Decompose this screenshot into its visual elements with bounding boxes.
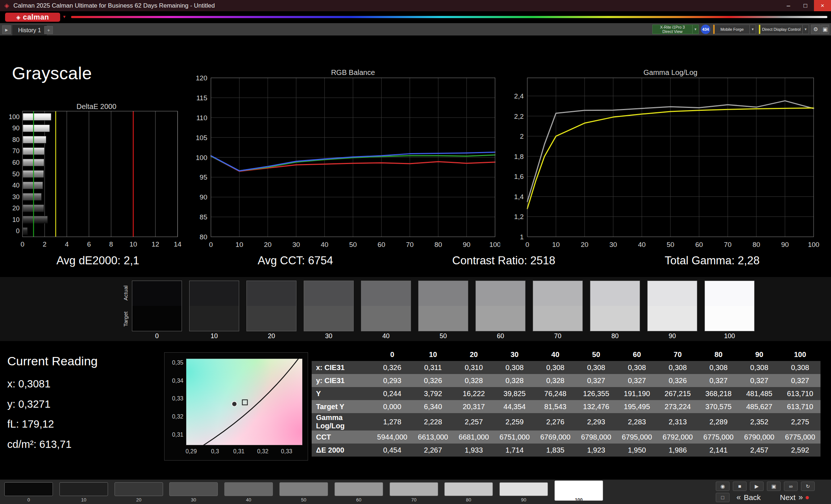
calman-logo-button[interactable]: ◈ calman: [5, 13, 60, 22]
level-button-0[interactable]: [4, 482, 53, 496]
display-control-selector[interactable]: Direct Display Control ▼: [759, 25, 809, 34]
minimize-button[interactable]: –: [780, 0, 797, 11]
pattern-window-button[interactable]: □: [716, 493, 730, 502]
patch-actual: [648, 281, 697, 306]
level-button-90[interactable]: [499, 482, 548, 496]
patch-target: [132, 306, 182, 331]
meter-icon[interactable]: ◉: [716, 482, 730, 491]
continuous-icon[interactable]: ∞: [784, 482, 798, 491]
svg-text:20: 20: [264, 241, 271, 248]
svg-text:95: 95: [200, 173, 207, 181]
patch-target: [590, 306, 640, 331]
patch-label: 70: [533, 332, 583, 340]
patch-label: 60: [475, 332, 525, 340]
patch-actual: [533, 281, 582, 306]
table-cell: 5944,000: [372, 430, 413, 444]
maximize-button[interactable]: □: [797, 0, 814, 11]
svg-text:70: 70: [724, 241, 731, 248]
svg-text:2,2: 2,2: [514, 113, 524, 120]
patch-actual: [476, 281, 525, 306]
chevron-down-icon[interactable]: ▼: [802, 25, 809, 34]
refresh-icon[interactable]: ↻: [801, 482, 815, 491]
close-button[interactable]: ×: [814, 0, 831, 11]
svg-text:12: 12: [151, 240, 159, 248]
tab-history-1[interactable]: History 1: [12, 25, 47, 35]
level-button-80[interactable]: [444, 482, 493, 496]
level-button-60[interactable]: [335, 482, 383, 496]
table-cell: 1,835: [535, 444, 576, 457]
table-cell: 2,276: [535, 413, 576, 430]
chevron-down-icon[interactable]: ▼: [749, 25, 756, 34]
grayscale-patch-70: [533, 281, 583, 331]
calman-window: ◈ Calman 2025 Calman Ultimate for Busine…: [0, 0, 831, 504]
patch-actual: [190, 281, 239, 306]
back-button[interactable]: « Back: [736, 492, 761, 503]
grayscale-patch-40: [361, 281, 411, 331]
chevron-down-icon[interactable]: ▼: [692, 25, 698, 34]
svg-text:60: 60: [695, 241, 703, 248]
add-tab-button[interactable]: +: [44, 26, 53, 34]
level-button-40[interactable]: [224, 482, 273, 496]
table-cell: 16,222: [453, 387, 494, 400]
source-selector[interactable]: Mobile Forge ▼: [713, 25, 756, 34]
table-col-header: 60: [616, 348, 657, 361]
logo-menu-caret-icon[interactable]: ▼: [62, 14, 66, 19]
avg-de2000-stat: Avg dE2000: 2,1: [22, 254, 174, 267]
history-expander-button[interactable]: ▶: [2, 25, 11, 34]
svg-text:10: 10: [129, 240, 137, 248]
save-icon[interactable]: ▣: [767, 482, 781, 491]
svg-text:105: 105: [196, 134, 207, 142]
patch-target: [419, 306, 468, 331]
level-button-70[interactable]: [390, 482, 438, 496]
table-col-header: 90: [739, 348, 780, 361]
table-cell: 0,327: [739, 374, 780, 387]
table-cell: 0,328: [453, 374, 494, 387]
table-cell: 481,485: [739, 387, 780, 400]
stop-icon[interactable]: ■: [733, 482, 747, 491]
table-cell: 0,327: [576, 374, 617, 387]
next-label: Next: [780, 493, 795, 502]
level-button-label: 20: [115, 497, 163, 503]
level-button-50[interactable]: [279, 482, 328, 496]
play-icon[interactable]: ▶: [750, 482, 764, 491]
grayscale-patch-50: [418, 281, 468, 331]
svg-text:90: 90: [200, 193, 207, 201]
svg-text:30: 30: [12, 193, 20, 201]
gear-icon[interactable]: ⚙: [811, 25, 820, 34]
cie-diagram: 0,350,340,330,320,310,290,30,310,320,33: [164, 352, 308, 461]
svg-text:2: 2: [43, 240, 47, 248]
table-cell: 2,267: [413, 444, 454, 457]
level-button-20[interactable]: [115, 482, 163, 496]
table-row: Target Y0,0006,34020,31744,35481,543132,…: [312, 400, 820, 413]
display-settings-icon[interactable]: ▣: [821, 25, 829, 34]
cie-y-tick: 0,33: [167, 395, 183, 402]
cie-x-tick: 0,31: [230, 448, 248, 455]
grayscale-patch-20: [246, 281, 296, 331]
table-row-label: y: CIE31: [312, 374, 372, 387]
level-button-30[interactable]: [169, 482, 218, 496]
table-cell: 0,308: [535, 361, 576, 374]
cie-x-tick: 0,32: [254, 448, 272, 455]
logo-bar: ◈ calman ▼: [0, 11, 831, 23]
table-cell: 613,710: [780, 387, 820, 400]
grayscale-patch-60: [475, 281, 525, 331]
next-button[interactable]: Next »: [780, 492, 809, 503]
grayscale-patch-90: [647, 281, 697, 331]
svg-text:14: 14: [174, 240, 182, 248]
level-button-label: 50: [279, 497, 328, 503]
grayscale-patch-10: [189, 281, 239, 331]
svg-text:40: 40: [321, 241, 328, 248]
patch-actual: [590, 281, 640, 306]
table-cell: 485,627: [739, 400, 780, 413]
meter-count-badge[interactable]: 434: [701, 25, 710, 34]
level-button-10[interactable]: [59, 482, 108, 496]
meter-selector[interactable]: X-Rite i1Pro 3 Direct View ▼: [652, 25, 699, 34]
table-cell: 0,293: [372, 374, 413, 387]
cie-y-tick: 0,34: [167, 378, 183, 384]
target-point: [242, 400, 248, 405]
table-row: ΔE 20000,4542,2671,9331,7141,8351,9231,9…: [312, 444, 820, 457]
svg-text:8: 8: [109, 240, 113, 248]
table-row-label: Y: [312, 387, 372, 400]
table-row: Gamma Log/Log1,2782,2282,2572,2592,2762,…: [312, 413, 820, 430]
patch-label: 20: [246, 332, 296, 340]
